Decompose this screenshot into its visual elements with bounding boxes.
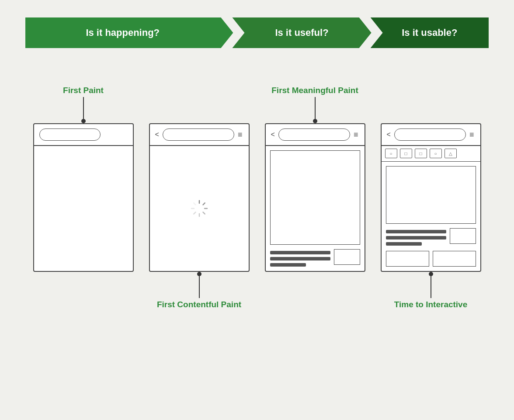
phone-4-line-2 [386,236,446,240]
connector-top-3 [313,97,317,123]
svg-line-1 [203,203,205,205]
line-bottom-4 [431,276,431,292]
phone-4-line-1 [386,230,446,233]
phone-4-content-row [386,228,476,246]
phone-4-tab-4: ○ [430,149,442,158]
phone-4-action-btn-2 [433,251,476,267]
phone-3-search [278,128,350,141]
line-bottom-2 [199,276,200,292]
label-first-contentful: First Contentful Paint [157,298,241,321]
connector-bottom-2 [197,272,201,298]
phone-2-back-icon: < [155,131,159,139]
svg-line-5 [194,212,195,214]
tick-bottom-4 [431,292,431,298]
tick-top-3 [315,97,316,103]
phone-3-line-2 [270,257,330,260]
phone-2-spinner [150,146,249,271]
phone-wireframe-3: < ≡ [265,123,365,272]
phone-4-header: < ≡ [382,124,480,146]
phone-3-line-3 [270,263,306,267]
phone-3-button [334,249,360,265]
phone-3-menu-icon: ≡ [354,130,359,139]
phone-3-body [266,146,365,271]
phone-col-first-paint: First Paint [25,74,141,321]
phone-1-body [34,146,133,271]
dot-bottom-4 [429,272,433,276]
phone-2-header: < ≡ [150,124,249,146]
phone-3-back-icon: < [271,131,275,139]
phone-1-search [39,128,101,141]
phone-3-content-row [270,249,360,267]
phone-3-image [270,150,360,245]
line-top-3 [315,103,316,119]
phone-4-line-3 [386,242,422,246]
label-first-paint: First Paint [63,74,104,97]
dot-top-3 [313,119,317,123]
phone-4-button [450,228,476,244]
phone-wireframe-4: < ≡ ○ □ □ ○ △ [381,123,481,272]
tick-bottom-2 [199,292,200,298]
phone-1-header [34,124,133,146]
dot-top-1 [81,119,86,123]
phone-wireframe-1 [33,123,134,272]
diagram: First Paint < ≡ [25,74,489,321]
phone-4-image [386,166,476,224]
banner-item-3: Is it usable? [371,17,489,48]
phone-4-back-icon: < [387,131,391,139]
banner: Is it happening? Is it useful? Is it usa… [25,17,489,48]
phone-3-text [270,249,330,267]
phone-4-search [394,128,466,141]
phone-4-tab-5: △ [445,149,457,158]
phone-2-search [163,128,234,141]
phone-col-interactive: < ≡ ○ □ □ ○ △ [373,74,489,321]
phone-3-header: < ≡ [266,124,365,146]
phone-wireframe-2: < ≡ [149,123,250,272]
svg-line-7 [194,203,195,205]
line-top-1 [83,103,84,119]
phone-4-tab-2: □ [400,149,412,158]
connector-bottom-4 [429,272,433,298]
tick-top-1 [83,97,84,103]
banner-item-1: Is it happening? [25,17,233,48]
phone-col-first-contentful: < ≡ [141,74,257,321]
phone-4-tabs: ○ □ □ ○ △ [382,146,480,162]
phone-2-menu-icon: ≡ [238,130,243,139]
phone-3-line-1 [270,251,330,254]
phone-4-tab-3: □ [415,149,427,158]
phone-4-tab-1: ○ [385,149,397,158]
label-time-to-interactive: Time to Interactive [394,298,468,321]
label-first-meaningful: First Meaningful Paint [271,74,358,97]
phone-4-menu-icon: ≡ [469,130,475,139]
svg-line-3 [203,212,205,214]
banner-item-2: Is it useful? [232,17,371,48]
dot-bottom-2 [197,272,201,276]
connector-top-1 [81,97,86,123]
phone-4-action-btn-1 [386,251,429,267]
phone-col-first-meaningful: First Meaningful Paint < ≡ [257,74,373,321]
phone-4-actions [386,251,476,267]
phone-4-text [386,228,446,246]
spinner-icon [190,199,209,218]
phone-4-body [382,162,480,271]
